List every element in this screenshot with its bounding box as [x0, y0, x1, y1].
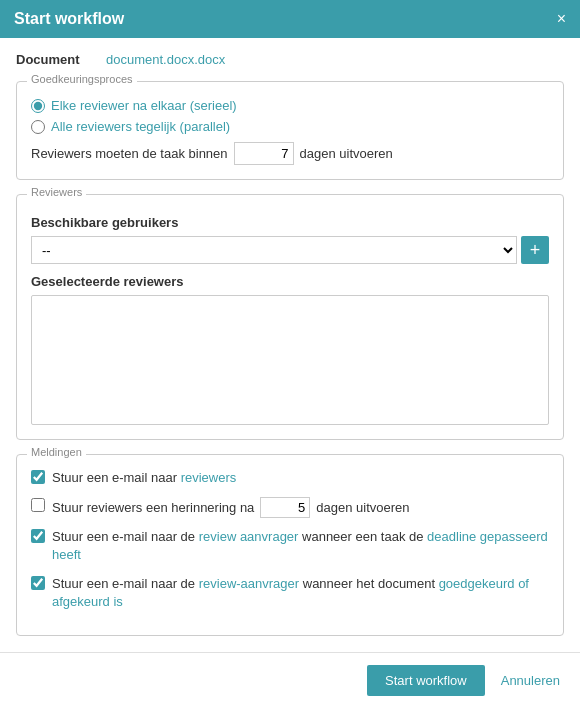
notif4-highlight1: review-aanvrager	[199, 576, 299, 591]
notif3-text2: wanneer een taak de	[298, 529, 427, 544]
document-value: document.docx.docx	[106, 52, 225, 67]
document-label: Document	[16, 52, 106, 67]
radio-parallel[interactable]	[31, 120, 45, 134]
goedkeuringsproces-legend: Goedkeuringsproces	[27, 73, 137, 85]
notification1-label: Stuur een e-mail naar reviewers	[52, 469, 236, 487]
selected-reviewers-label: Geselecteerde reviewers	[31, 274, 549, 289]
radio-parallel-item: Alle reviewers tegelijk (parallel)	[31, 119, 549, 134]
plus-icon: +	[530, 241, 541, 259]
notif1-text-highlight: reviewers	[181, 470, 237, 485]
radio-parallel-label[interactable]: Alle reviewers tegelijk (parallel)	[51, 119, 230, 134]
notification3-checkbox[interactable]	[31, 529, 45, 543]
notification2-checkbox[interactable]	[31, 498, 45, 512]
radio-serial-label[interactable]: Elke reviewer na elkaar (serieel)	[51, 98, 237, 113]
notification3-label: Stuur een e-mail naar de review aanvrage…	[52, 528, 549, 564]
notif2-text1: Stuur reviewers een herinnering na	[52, 499, 254, 517]
goedkeuringsproces-group: Goedkeuringsproces Elke reviewer na elka…	[16, 81, 564, 180]
notification3-item: Stuur een e-mail naar de review aanvrage…	[31, 528, 549, 564]
reviewers-section: Beschikbare gebruikers -- + Geselecteerd…	[31, 215, 549, 425]
reviewers-legend: Reviewers	[27, 186, 86, 198]
modal-container: Start workflow × Document document.docx.…	[0, 0, 580, 708]
notifications-section: Stuur een e-mail naar reviewers Stuur re…	[31, 469, 549, 611]
radio-group: Elke reviewer na elkaar (serieel) Alle r…	[31, 98, 549, 134]
modal-title: Start workflow	[14, 10, 124, 28]
notif1-text-plain: Stuur een e-mail naar	[52, 470, 181, 485]
modal-header: Start workflow ×	[0, 0, 580, 38]
reviewers-group: Reviewers Beschikbare gebruikers -- + Ge…	[16, 194, 564, 440]
meldingen-legend: Meldingen	[27, 446, 86, 458]
available-users-label: Beschikbare gebruikers	[31, 215, 549, 230]
close-button[interactable]: ×	[557, 11, 566, 27]
days-input[interactable]	[234, 142, 294, 165]
modal-body: Document document.docx.docx Goedkeurings…	[0, 38, 580, 652]
notification1-item: Stuur een e-mail naar reviewers	[31, 469, 549, 487]
notification4-item: Stuur een e-mail naar de review-aanvrage…	[31, 575, 549, 611]
user-select-row: -- +	[31, 236, 549, 264]
notif2-text2: dagen uitvoeren	[316, 499, 409, 517]
start-workflow-button[interactable]: Start workflow	[367, 665, 485, 696]
days-prefix: Reviewers moeten de taak binnen	[31, 146, 228, 161]
modal-footer: Start workflow Annuleren	[0, 652, 580, 708]
notification4-checkbox[interactable]	[31, 576, 45, 590]
notification2-days-input[interactable]	[260, 497, 310, 518]
radio-serial[interactable]	[31, 99, 45, 113]
radio-serial-item: Elke reviewer na elkaar (serieel)	[31, 98, 549, 113]
days-row: Reviewers moeten de taak binnen dagen ui…	[31, 142, 549, 165]
notification4-label: Stuur een e-mail naar de review-aanvrage…	[52, 575, 549, 611]
notif2-inline-row: Stuur reviewers een herinnering na dagen…	[52, 497, 410, 518]
notification1-checkbox[interactable]	[31, 470, 45, 484]
notif4-text1: Stuur een e-mail naar de	[52, 576, 199, 591]
notification2-label: Stuur reviewers een herinnering na dagen…	[52, 497, 410, 518]
notif3-highlight1: review aanvrager	[199, 529, 299, 544]
selected-reviewers-box	[31, 295, 549, 425]
notif4-text2: wanneer het document	[299, 576, 438, 591]
cancel-button[interactable]: Annuleren	[497, 665, 564, 696]
document-row: Document document.docx.docx	[16, 52, 564, 67]
notification2-item: Stuur reviewers een herinnering na dagen…	[31, 497, 549, 518]
days-suffix: dagen uitvoeren	[300, 146, 393, 161]
meldingen-group: Meldingen Stuur een e-mail naar reviewer…	[16, 454, 564, 636]
notif3-text1: Stuur een e-mail naar de	[52, 529, 199, 544]
user-select-dropdown[interactable]: --	[31, 236, 517, 264]
add-reviewer-button[interactable]: +	[521, 236, 549, 264]
